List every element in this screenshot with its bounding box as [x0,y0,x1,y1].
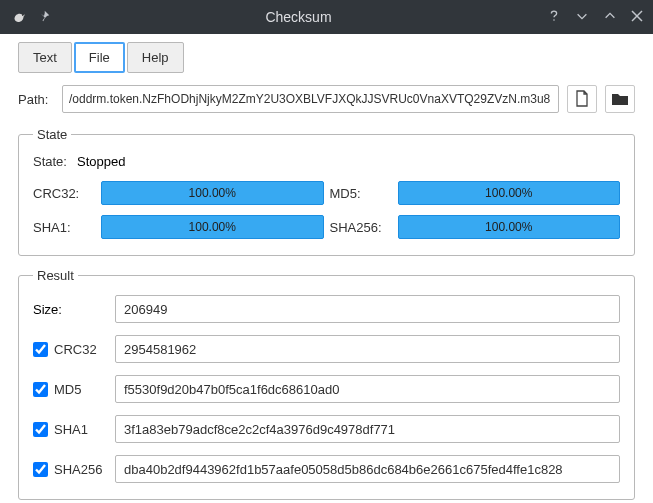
folder-icon [611,92,629,106]
copy-path-button[interactable] [567,85,597,113]
svg-point-0 [22,14,24,16]
sha1-checkbox[interactable] [33,422,48,437]
path-label: Path: [18,92,54,107]
size-value[interactable] [115,295,620,323]
tab-help[interactable]: Help [127,42,184,73]
maximize-icon[interactable] [603,9,617,26]
tab-file[interactable]: File [74,42,125,73]
state-group: State State: Stopped CRC32: 100.00% MD5:… [18,127,635,256]
close-icon[interactable] [631,10,643,25]
md5-progress: 100.00% [398,181,621,205]
sha1-progress: 100.00% [101,215,324,239]
crc32-checkbox[interactable] [33,342,48,357]
sha256-checkbox[interactable] [33,462,48,477]
path-input[interactable] [62,85,559,113]
sha1-label: SHA1: [33,220,95,235]
crc32-label: CRC32: [33,186,95,201]
sha256-checkbox-label[interactable]: SHA256 [33,462,107,477]
file-icon [574,90,590,108]
crc32-progress: 100.00% [101,181,324,205]
md5-checkbox[interactable] [33,382,48,397]
svg-point-1 [553,19,555,21]
result-group: Result Size: CRC32 MD5 SHA1 SHA256 [18,268,635,500]
tab-bar: Text File Help [18,42,635,73]
tab-text[interactable]: Text [18,42,72,73]
help-icon[interactable] [547,9,561,26]
minimize-icon[interactable] [575,9,589,26]
pin-icon[interactable] [38,10,50,25]
crc32-result[interactable] [115,335,620,363]
result-legend: Result [33,268,78,283]
md5-result[interactable] [115,375,620,403]
state-value: Stopped [77,154,125,169]
sha1-checkbox-label[interactable]: SHA1 [33,422,107,437]
sha256-label: SHA256: [330,220,392,235]
state-legend: State [33,127,71,142]
crc32-checkbox-label[interactable]: CRC32 [33,342,107,357]
titlebar: Checksum [0,0,653,34]
sha256-result[interactable] [115,455,620,483]
md5-label: MD5: [330,186,392,201]
md5-checkbox-label[interactable]: MD5 [33,382,107,397]
size-label: Size: [33,302,107,317]
app-icon [10,7,28,28]
browse-button[interactable] [605,85,635,113]
state-label: State: [33,154,67,169]
window-title: Checksum [50,9,547,25]
sha1-result[interactable] [115,415,620,443]
sha256-progress: 100.00% [398,215,621,239]
